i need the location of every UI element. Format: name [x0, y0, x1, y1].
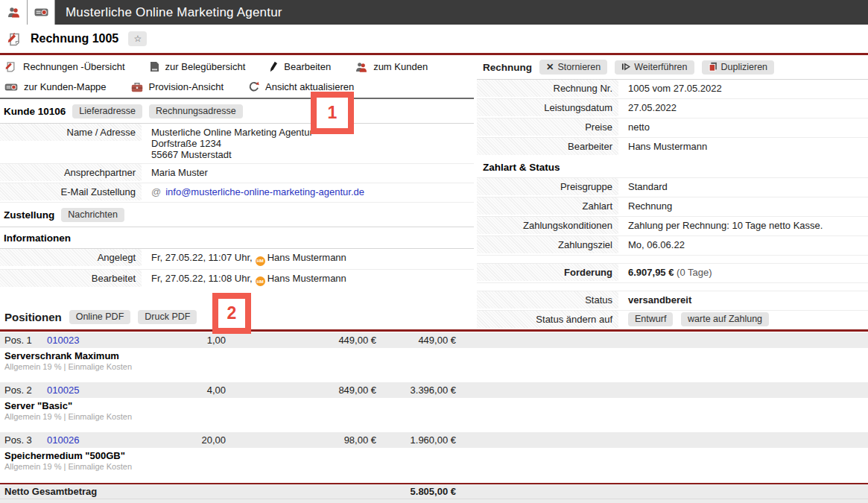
- user-avatar: HM: [256, 256, 265, 266]
- email-label: E-Mail Zustellung: [0, 183, 142, 202]
- preisgruppe-row: Preisgruppe Standard: [477, 177, 868, 197]
- page-title: Rechnung 1005: [31, 32, 118, 45]
- address-value: Musterliche Online Marketing Agentur Dor…: [142, 124, 474, 163]
- online-pdf-button[interactable]: Online PDF: [69, 310, 131, 324]
- invoice-panel: Rechnung ✕ Stornieren Weiterführen Dupli…: [477, 58, 868, 329]
- position-item: Pos. 2 010025 4,00 849,00 € 3.396,00 € S…: [0, 382, 868, 431]
- pen-icon: [270, 61, 278, 72]
- customer-header-label: Kunde 10106: [4, 106, 66, 117]
- zahlart-status-header: Zahlart & Status: [477, 156, 868, 177]
- left-panel: Rechnungen -Übersicht zur Belegübersicht…: [0, 57, 474, 289]
- toolbar-row-2: zur Kunden-Mappe Provision-Ansicht Ans: [0, 77, 474, 97]
- projector-icon: [4, 83, 18, 92]
- article-link[interactable]: 010023: [47, 335, 121, 346]
- document-icon: [150, 61, 159, 72]
- zahlungsziel-row: Zahlungsziel Mo, 06.06.22: [477, 235, 868, 255]
- position-name: Server "Basic": [0, 398, 868, 411]
- top-bar: Musterliche Online Marketing Agentur: [0, 0, 868, 25]
- position-name: Serverschrank Maximum: [0, 348, 868, 361]
- stornieren-button[interactable]: ✕ Stornieren: [539, 60, 607, 75]
- star-icon: ☆: [133, 34, 142, 44]
- red-separator-top: [0, 53, 868, 55]
- email-value: @info@musterliche-online-marketing-agent…: [142, 183, 474, 200]
- nachrichten-button[interactable]: Nachrichten: [61, 208, 124, 222]
- step-forward-icon: [621, 63, 630, 71]
- netto-total-value: 5.805,00 €: [411, 486, 456, 497]
- customer-address-row: Name / Adresse Musterliche Online Market…: [0, 124, 474, 163]
- invoice-icon: [7, 32, 22, 46]
- invoice-panel-header: Rechnung ✕ Stornieren Weiterführen Dupli…: [477, 58, 868, 80]
- x-icon: ✕: [546, 61, 554, 72]
- positions-header: Positionen Online PDF Druck PDF: [0, 306, 868, 329]
- toolbar-provision-ansicht[interactable]: Provision-Ansicht: [131, 81, 224, 92]
- at-icon: @: [151, 186, 161, 197]
- toolbar-rechnungen-uebersicht[interactable]: Rechnungen -Übersicht: [4, 61, 125, 72]
- informationen-header-label: Informationen: [4, 232, 71, 244]
- rechnung-nr-row: Rechnung Nr. 1005 vom 27.05.2022: [477, 80, 868, 98]
- bearbeitet-row: Bearbeitet Fr, 27.05.22, 11:08 Uhr,HMHan…: [0, 269, 474, 290]
- contact-label: Ansprechpartner: [0, 164, 142, 183]
- angelegt-label: Angelegt: [0, 249, 142, 268]
- briefcase-icon: [131, 82, 143, 92]
- tab-customers[interactable]: [0, 0, 28, 25]
- position-row: Pos. 3 010026 20,00 98,00 € 1.960,00 €: [0, 432, 868, 448]
- position-row: Pos. 2 010025 4,00 849,00 € 3.396,00 €: [0, 382, 868, 398]
- article-link[interactable]: 010026: [47, 434, 121, 446]
- totals-block: Netto Gesamtbetrag 5.805,00 € 19% MwStau…: [0, 483, 868, 503]
- position-name: Speichermedium "500GB": [0, 448, 868, 461]
- toolbar-zur-kunden-mappe[interactable]: zur Kunden-Mappe: [4, 81, 107, 92]
- preise-row: Preise netto: [477, 118, 868, 137]
- zustellung-header-label: Zustellung: [4, 209, 54, 221]
- position-item: Pos. 3 010026 20,00 98,00 € 1.960,00 € S…: [0, 432, 868, 481]
- duplicate-icon: [709, 62, 717, 72]
- mwst-row: 19% MwStauf netto 5.805,00 € 1.102,95 €: [0, 499, 868, 503]
- annotation-box-2: 2: [212, 293, 251, 334]
- customer-contact-row: Ansprechpartner Maria Muster: [0, 163, 474, 183]
- positions-title: Positionen: [4, 311, 62, 323]
- app-title: Musterliche Online Marketing Agentur: [66, 5, 282, 20]
- email-link[interactable]: info@musterliche-online-marketing-agentu…: [165, 186, 364, 197]
- zahlungskonditionen-row: Zahlungskonditionen Zahlung per Rechnung…: [477, 216, 868, 235]
- spacer: [477, 255, 868, 263]
- positions-section: Positionen Online PDF Druck PDF Pos. 1 0…: [0, 306, 868, 503]
- lieferadresse-button[interactable]: Lieferadresse: [72, 104, 142, 118]
- bearbeiter-row: Bearbeiter Hans Mustermann: [477, 137, 868, 156]
- zustellung-section-header: Zustellung Nachrichten: [0, 202, 474, 227]
- contact-value: Maria Muster: [142, 164, 474, 181]
- red-separator-positions: [0, 329, 868, 332]
- duplizieren-button[interactable]: Duplizieren: [702, 60, 775, 75]
- projector-icon: [34, 7, 48, 17]
- annotation-box-1: 1: [311, 92, 354, 134]
- invoice-panel-title: Rechnung: [483, 62, 532, 73]
- angelegt-value: Fr, 27.05.22, 11:07 Uhr,HMHans Musterman…: [142, 249, 474, 269]
- position-item: Pos. 1 010023 1,00 449,00 € 449,00 € Ser…: [0, 332, 868, 382]
- netto-total-row: Netto Gesamtbetrag 5.805,00 €: [0, 484, 868, 499]
- toolbar-ansicht-aktualisieren[interactable]: Ansicht aktualisieren: [248, 81, 354, 92]
- bearbeitet-value: Fr, 27.05.22, 11:08 Uhr,HMHans Musterman…: [142, 270, 474, 290]
- position-row: Pos. 1 010023 1,00 449,00 € 449,00 €: [0, 332, 868, 348]
- user-avatar: HM: [256, 276, 265, 286]
- angelegt-user: Hans Mustermann: [267, 252, 346, 263]
- invoice-icon: [4, 61, 17, 72]
- forderung-value: 6.907,95 € (0 Tage): [618, 264, 868, 281]
- rechnungsadresse-button[interactable]: Rechnungsadresse: [149, 104, 243, 118]
- people-icon: [7, 7, 20, 18]
- toolbar-zur-beleguebersicht[interactable]: zur Belegübersicht: [150, 61, 246, 72]
- page-header: Rechnung 1005 ☆: [0, 25, 868, 53]
- favorite-button[interactable]: ☆: [128, 31, 147, 46]
- customer-section-header: Kunde 10106 Lieferadresse Rechnungsadres…: [0, 99, 474, 124]
- weiterfuehren-button[interactable]: Weiterführen: [615, 60, 694, 75]
- people-icon: [355, 62, 367, 72]
- informationen-section-header: Informationen: [0, 227, 474, 249]
- address-label: Name / Adresse: [0, 124, 142, 142]
- toolbar-zum-kunden[interactable]: zum Kunden: [355, 61, 428, 72]
- tab-kunden-mappe[interactable]: [28, 0, 55, 25]
- position-meta: Allgemein 19 % | Einmalige Kosten: [0, 361, 868, 382]
- druck-pdf-button[interactable]: Druck PDF: [138, 310, 197, 324]
- bearbeitet-label: Bearbeitet: [0, 270, 142, 288]
- article-link[interactable]: 010025: [47, 385, 121, 396]
- angelegt-row: Angelegt Fr, 27.05.22, 11:07 Uhr,HMHans …: [0, 249, 474, 269]
- zahlart-row: Zahlart Rechnung: [477, 197, 868, 216]
- toolbar-bearbeiten[interactable]: Bearbeiten: [270, 61, 331, 72]
- customer-email-row: E-Mail Zustellung @info@musterliche-onli…: [0, 183, 474, 202]
